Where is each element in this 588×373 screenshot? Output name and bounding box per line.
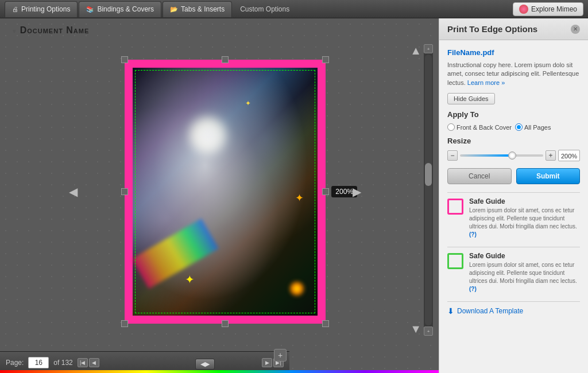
resize-label: Resize [447, 137, 580, 145]
page-number-input[interactable]: 16 [28, 357, 49, 368]
scroll-up-btn[interactable]: + [424, 44, 433, 53]
custom-tab-label: Custom Options [240, 5, 289, 13]
all-pages-option[interactable]: All Pages [515, 123, 551, 131]
right-panel: Print To Edge Options ✕ FileName.pdf Ins… [439, 18, 588, 373]
handle-bottom-left[interactable] [121, 320, 128, 327]
handle-top-middle[interactable] [222, 56, 229, 63]
all-pages-label: All Pages [524, 124, 551, 131]
page-nav-group: |◀ ◀ [78, 358, 99, 367]
prev-page-button[interactable]: ◀ [89, 358, 99, 367]
page-canvas: ◀ ✦ ✦ ✦ [57, 44, 393, 339]
tab-tabs-inserts[interactable]: 📂 Tabs & Inserts [163, 1, 232, 17]
printing-icon: 🖨 [12, 6, 18, 13]
explore-button[interactable]: Explore Mimeo [513, 2, 583, 16]
divider-1 [447, 192, 580, 193]
pink-guide-question[interactable]: (?) [469, 231, 477, 238]
resize-minus-button[interactable]: − [447, 150, 458, 161]
document-name: Document Name [11, 25, 89, 36]
first-page-button[interactable]: |◀ [78, 358, 88, 367]
green-guide-swatch [447, 253, 463, 269]
green-guide-desc: Lorem ipsum dolor sit amet, cons ec tetu… [469, 261, 580, 293]
cancel-button[interactable]: Cancel [447, 168, 512, 184]
panel-title: Print To Edge Options [447, 24, 537, 34]
progress-bar [0, 370, 439, 373]
add-button[interactable]: + [274, 349, 287, 362]
resize-slider[interactable] [460, 154, 543, 157]
pink-guide-text: Safe Guide Lorem ipsum dolor sit amet, c… [469, 197, 580, 239]
download-label: Download A Template [457, 307, 523, 315]
tabs-tab-label: Tabs & Inserts [181, 5, 225, 13]
handle-bottom-middle[interactable] [222, 320, 229, 327]
vertical-scrollbar[interactable]: + + [424, 44, 433, 336]
resize-value: 200% [558, 150, 580, 161]
resize-plus-button[interactable]: + [546, 150, 556, 161]
bindings-icon: 📚 [86, 6, 94, 13]
scroll-up-button[interactable]: ▲ [410, 44, 421, 57]
front-back-option[interactable]: Front & Back Cover [447, 123, 512, 131]
explore-label: Explore Mimeo [531, 5, 577, 13]
download-icon: ⬇ [447, 306, 454, 316]
page-arrows: ◀▶ [195, 359, 215, 370]
pink-guide-item: Safe Guide Lorem ipsum dolor sit amet, c… [447, 197, 580, 239]
learn-more-link[interactable]: Learn more » [467, 79, 505, 86]
pink-guide-title: Safe Guide [469, 197, 580, 205]
canvas-area: Document Name ▲ ◀ ✦ ✦ ✦ [0, 18, 439, 373]
scroll-track [425, 55, 432, 325]
handle-top-left[interactable] [121, 56, 128, 63]
topbar: 🖨 Printing Options 📚 Bindings & Covers 📂… [0, 0, 588, 18]
green-guide-item: Safe Guide Lorem ipsum dolor sit amet, c… [447, 252, 580, 293]
handle-top-right[interactable] [322, 56, 329, 63]
document-preview: ✦ ✦ ✦ 200% [125, 60, 326, 324]
of-label: of 132 [53, 359, 72, 367]
main-content: Document Name ▲ ◀ ✦ ✦ ✦ [0, 18, 588, 373]
printing-tab-label: Printing Options [21, 5, 70, 13]
scroll-right-button[interactable]: ▶ [353, 185, 361, 199]
panel-body: FileName.pdf Instructional copy here. Lo… [439, 40, 588, 373]
green-guide-text: Safe Guide Lorem ipsum dolor sit amet, c… [469, 252, 580, 293]
download-template-link[interactable]: ⬇ Download A Template [447, 306, 580, 316]
front-back-radio[interactable] [447, 123, 455, 131]
scroll-thumb[interactable] [425, 163, 432, 186]
pink-guide-desc: Lorem ipsum dolor sit amet, cons ec tetu… [469, 207, 580, 239]
next-page-button[interactable]: ▶ [262, 358, 272, 367]
action-buttons: Cancel Submit [447, 168, 580, 184]
resize-controls: − + 200% [447, 150, 580, 161]
page-label: Page: [6, 359, 24, 367]
apply-to-label: Apply To [447, 110, 580, 119]
scroll-down-button[interactable]: ▼ [410, 323, 421, 336]
all-pages-radio[interactable] [515, 123, 523, 131]
scroll-down-btn[interactable]: + [424, 327, 433, 336]
front-back-label: Front & Back Cover [457, 124, 512, 131]
bindings-tab-label: Bindings & Covers [97, 5, 154, 13]
file-name-link[interactable]: FileName.pdf [447, 48, 494, 57]
green-guide-question[interactable]: (?) [469, 286, 477, 292]
pink-guide-swatch [447, 199, 463, 215]
panel-header: Print To Edge Options ✕ [439, 18, 588, 40]
divider-3 [447, 301, 580, 302]
resize-section: Resize − + 200% [447, 137, 580, 161]
green-guide-title: Safe Guide [469, 252, 580, 260]
handle-middle-right[interactable] [322, 188, 329, 195]
handle-bottom-right[interactable] [322, 320, 329, 327]
divider-2 [447, 247, 580, 247]
panel-close-button[interactable]: ✕ [571, 25, 580, 34]
star-decoration-2: ✦ [295, 192, 305, 202]
page-prev-arrow[interactable]: ◀▶ [195, 359, 215, 370]
star-decoration-1: ✦ [245, 99, 252, 106]
hide-guides-button[interactable]: Hide Guides [447, 93, 495, 104]
tab-bindings[interactable]: 📚 Bindings & Covers [79, 1, 161, 17]
resize-thumb[interactable] [508, 151, 516, 160]
submit-button[interactable]: Submit [516, 168, 581, 184]
tab-printing[interactable]: 🖨 Printing Options [5, 1, 78, 17]
mimeo-logo [519, 5, 528, 14]
handle-middle-left[interactable] [121, 188, 128, 195]
tab-custom[interactable]: Custom Options [233, 1, 296, 17]
instruction-text: Instructional copy here. Lorem ipsum dol… [447, 61, 580, 87]
scroll-left-button[interactable]: ◀ [69, 185, 78, 199]
tabs-icon: 📂 [170, 6, 178, 13]
apply-to-group: Front & Back Cover All Pages [447, 123, 580, 131]
star-decoration-3: ✦ [185, 273, 196, 284]
